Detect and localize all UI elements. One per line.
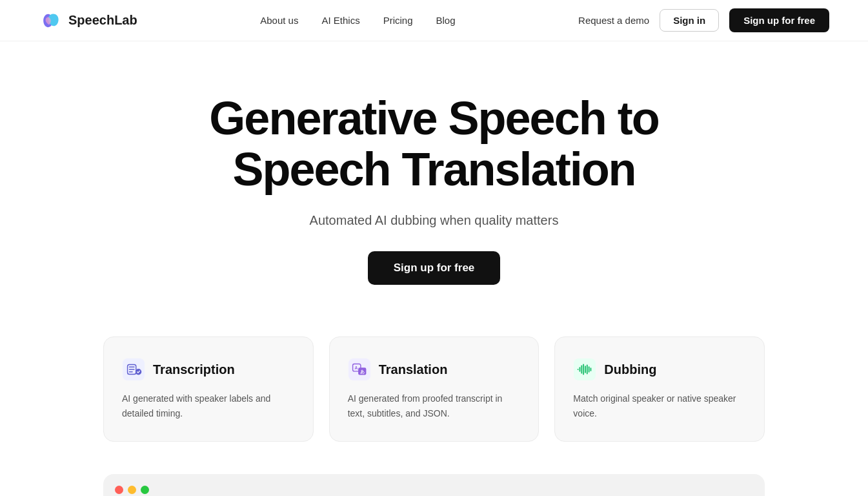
svg-text:A: A xyxy=(354,366,358,370)
signin-button[interactable]: Sign in xyxy=(660,9,719,32)
header-actions: Request a demo Sign in Sign up for free xyxy=(578,8,829,32)
logo-link[interactable]: SpeechLab xyxy=(39,9,137,32)
hero-heading: Generative Speech to Speech Translation xyxy=(209,93,658,195)
window-dot-green xyxy=(141,486,149,494)
transcription-icon xyxy=(122,358,145,381)
dubbing-desc: Match original speaker or native speaker… xyxy=(573,391,746,420)
nav-pricing[interactable]: Pricing xyxy=(383,15,413,26)
feature-card-header: A あ Translation xyxy=(348,358,521,381)
window-dot-red xyxy=(115,486,123,494)
feature-card-header: Transcription xyxy=(122,358,295,381)
transcription-desc: AI generated with speaker labels and det… xyxy=(122,391,295,420)
app-preview-window: Credit balance Get more credits i xyxy=(103,474,765,496)
nav-ai-ethics[interactable]: AI Ethics xyxy=(321,15,359,26)
translation-icon: A あ xyxy=(348,358,371,381)
logo-text: SpeechLab xyxy=(68,13,137,28)
hero-heading-line2: Speech Translation xyxy=(232,143,635,195)
feature-card-translation: A あ Translation AI generated from proofe… xyxy=(329,336,540,442)
dubbing-icon xyxy=(573,358,596,381)
nav-about[interactable]: About us xyxy=(260,15,298,26)
window-controls xyxy=(103,474,765,496)
signup-hero-button[interactable]: Sign up for free xyxy=(368,251,501,285)
nav-blog[interactable]: Blog xyxy=(436,15,456,26)
site-header: SpeechLab About us AI Ethics Pricing Blo… xyxy=(0,0,868,41)
hero-heading-line1: Generative Speech to xyxy=(209,92,658,144)
feature-card-transcription: Transcription AI generated with speaker … xyxy=(103,336,314,442)
feature-card-header: Dubbing xyxy=(573,358,746,381)
svg-text:あ: あ xyxy=(360,369,365,375)
translation-desc: AI generated from proofed transcript in … xyxy=(348,391,521,420)
main-nav: About us AI Ethics Pricing Blog xyxy=(260,15,455,26)
logo-icon xyxy=(39,9,62,32)
hero-subtitle: Automated AI dubbing when quality matter… xyxy=(310,213,559,228)
feature-card-dubbing: Dubbing Match original speaker or native… xyxy=(554,336,765,442)
translation-title: Translation xyxy=(379,362,448,377)
request-demo-button[interactable]: Request a demo xyxy=(578,15,649,26)
signup-nav-button[interactable]: Sign up for free xyxy=(729,8,829,32)
features-section: Transcription AI generated with speaker … xyxy=(0,324,868,468)
dubbing-title: Dubbing xyxy=(604,362,656,377)
transcription-title: Transcription xyxy=(153,362,235,377)
window-dot-yellow xyxy=(128,486,136,494)
hero-section: Generative Speech to Speech Translation … xyxy=(0,41,868,324)
